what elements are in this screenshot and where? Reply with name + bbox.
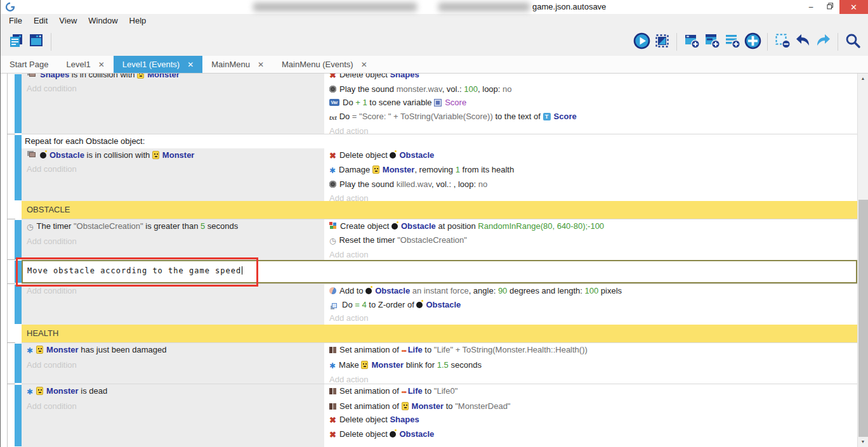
event-selection-bar [15, 74, 22, 133]
tab-mainmenu-events[interactable]: MainMenu (Events)✕ [273, 56, 376, 73]
menu-view[interactable]: View [53, 14, 82, 28]
event-selection-bar [15, 344, 22, 383]
toolbar-separator [838, 33, 838, 51]
text: pixels [598, 286, 622, 295]
toolbar-search-button[interactable] [843, 32, 863, 52]
toolbar-remove-event-button[interactable] [772, 32, 792, 52]
close-icon: ✕ [850, 3, 857, 12]
add-condition-button[interactable]: Add condition [22, 358, 324, 372]
delete-icon [329, 74, 336, 82]
add-comment-icon [724, 32, 741, 52]
menu-edit[interactable]: Edit [28, 14, 53, 28]
add-action-button[interactable]: Add action [324, 373, 857, 384]
close-icon[interactable]: ✕ [258, 60, 264, 69]
menu-help[interactable]: Help [124, 14, 152, 28]
tab-level1-events[interactable]: Level1 (Events)✕ [114, 56, 202, 73]
object-name: Monster [412, 401, 444, 411]
scrollbar-thumb[interactable] [858, 200, 868, 437]
timer-icon [27, 221, 33, 235]
toolbar-add-subevent-button[interactable] [702, 32, 722, 52]
add-condition-button[interactable]: Add condition [22, 162, 324, 176]
string-param: "Life0" [434, 386, 457, 396]
monster-icon [36, 346, 43, 354]
add-action-button[interactable]: Add action [324, 124, 857, 134]
add-condition-button[interactable]: Add condition [22, 235, 324, 249]
repeat-event-header[interactable]: Repeat for each Obstacle object: [22, 134, 857, 148]
condition-row[interactable]: Monster is dead [22, 384, 324, 399]
scene-variable-icon [434, 99, 442, 107]
close-icon[interactable]: ✕ [361, 60, 367, 69]
action-row[interactable]: Set animation of Life to "Life0" [324, 384, 857, 399]
add-action-button[interactable]: Add action [324, 311, 857, 325]
add-action-button[interactable]: Add action [324, 248, 857, 260]
event-rail-tick [7, 384, 15, 384]
action-row[interactable]: Delete object Obstacle [324, 148, 857, 163]
group-banner[interactable]: HEALTH [22, 325, 857, 342]
action-row[interactable]: Damage Monster, removing 1 from its heal… [324, 163, 857, 178]
scroll-up-icon[interactable]: ▲ [858, 74, 868, 84]
vertical-scrollbar[interactable]: ▲ ▼ [857, 74, 868, 447]
tab-mainmenu[interactable]: MainMenu✕ [202, 56, 273, 73]
delete-icon [329, 428, 336, 442]
window-title: game.json.autosave [532, 2, 606, 11]
action-row[interactable]: Delete object Obstacle [324, 427, 857, 442]
toolbar-add-comment-button[interactable] [722, 32, 742, 52]
event-block: The timer "ObstacleCreation" is greater … [22, 219, 857, 260]
toolbar-undo-button[interactable] [792, 32, 813, 52]
action-row[interactable]: Make Monster blink for 1.5 seconds [324, 358, 857, 373]
add-condition-button[interactable]: Add condition [22, 399, 324, 413]
action-row[interactable]: Set animation of Monster to "MonsterDead… [324, 399, 857, 413]
tab-start-page[interactable]: Start Page [1, 56, 57, 73]
action-row[interactable]: Create object Obstacle at position Rando… [324, 219, 857, 233]
action-row[interactable]: Do + 1 to scene variable Score [324, 96, 857, 110]
close-button[interactable]: ✕ [839, 0, 868, 14]
action-row[interactable]: Do = "Score: " + ToString(Variable(Score… [324, 110, 857, 125]
event-selection-bar [15, 285, 22, 324]
text: Reset the timer [339, 235, 397, 245]
add-action-button[interactable]: Add action [324, 191, 857, 202]
action-row[interactable]: Add to Obstacle an instant force, angle:… [324, 284, 857, 298]
close-icon[interactable]: ✕ [187, 60, 194, 69]
action-row[interactable]: Do = 4 to Z-order of Obstacle [324, 298, 857, 312]
action-row[interactable]: Play the sound killed.wav, vol.: , loop:… [324, 178, 857, 191]
scroll-down-icon[interactable]: ▼ [858, 437, 868, 447]
toolbar-debugger-button[interactable] [652, 32, 672, 52]
bomb-icon [391, 223, 398, 230]
action-row[interactable]: Reset the timer "ObstacleCreation" [324, 233, 857, 249]
object-name: Monster [46, 345, 79, 354]
toolbar-scene-editor-button[interactable] [26, 32, 46, 52]
condition-row[interactable]: Shapes is in collision with Monster [22, 74, 324, 82]
tab-label: MainMenu (Events) [282, 60, 353, 69]
action-row[interactable]: Set animation of Life to "Life" + ToStri… [324, 343, 857, 358]
project-manager-icon [8, 32, 24, 51]
event-selection-bar [15, 261, 22, 283]
close-icon[interactable]: ✕ [98, 60, 105, 69]
toolbar-group [843, 32, 863, 52]
condition-row[interactable]: Obstacle is in collision with Monster [22, 148, 324, 162]
toolbar-add-event-button[interactable] [681, 32, 702, 52]
toolbar-redo-button[interactable] [813, 32, 833, 52]
menu-file[interactable]: File [3, 14, 28, 28]
action-row[interactable]: Play the sound monster.wav, vol.: 100, l… [324, 82, 857, 96]
minimize-button[interactable]: – [801, 0, 820, 14]
string-param: "ObstacleCreation" [397, 235, 467, 245]
toolbar-project-manager-button[interactable] [6, 32, 26, 52]
monster-icon [402, 402, 409, 410]
add-condition-button[interactable]: Add condition [22, 82, 324, 96]
condition-row[interactable]: The timer "ObstacleCreation" is greater … [22, 219, 324, 235]
tab-level1[interactable]: Level1✕ [57, 56, 113, 73]
event-body: Obstacle is in collision with MonsterAdd… [22, 148, 857, 201]
comment-edit-box[interactable]: Move obstacle according to the game spee… [22, 260, 857, 283]
action-row[interactable]: Delete object Shapes [324, 413, 857, 427]
group-banner[interactable]: OBSTACLE [22, 201, 857, 219]
menu-window[interactable]: Window [82, 14, 123, 28]
action-row[interactable]: Delete object Shapes [324, 74, 857, 82]
toolbar-play-button[interactable] [631, 32, 652, 52]
animation-icon [329, 388, 332, 394]
condition-row[interactable]: Monster has just been damaged [22, 343, 324, 358]
restore-button[interactable] [820, 0, 839, 14]
toolbar-add-circle-button[interactable] [742, 32, 763, 52]
add-condition-button[interactable]: Add condition [22, 284, 324, 298]
text: Set animation of [339, 386, 402, 396]
minimize-icon: – [809, 3, 813, 11]
